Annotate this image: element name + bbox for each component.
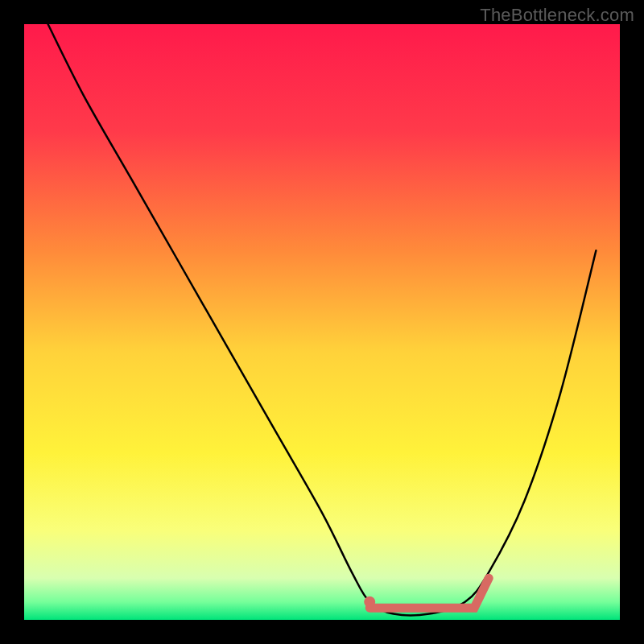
bottleneck-curve: [48, 24, 597, 615]
chart-svg: [24, 24, 620, 620]
chart-plot-area: [24, 24, 620, 620]
optimal-segment: [369, 578, 489, 608]
optimal-marker: [364, 597, 375, 608]
attribution-label: TheBottleneck.com: [480, 5, 634, 26]
